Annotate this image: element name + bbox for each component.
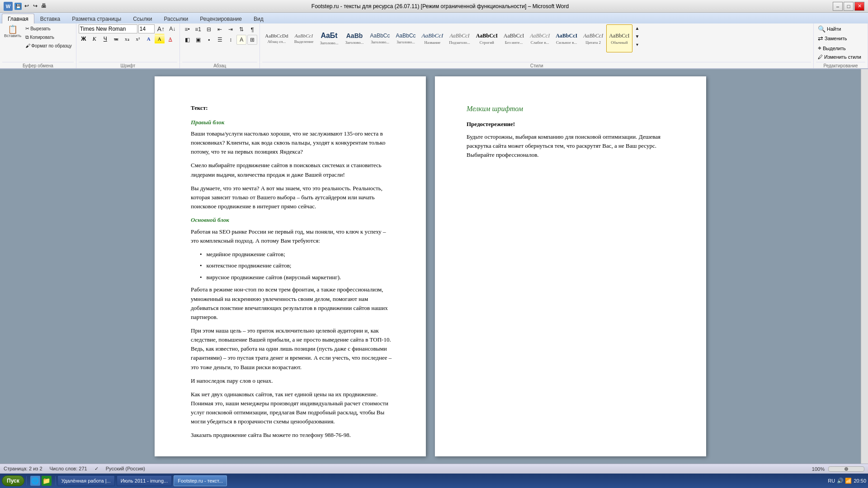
document-container[interactable]: Текст: Правый блок Ваши товары/услуги на… [0, 69, 861, 464]
font-name-input[interactable] [79, 24, 137, 33]
line-spacing-button[interactable]: ↕ [226, 35, 236, 45]
style-h4[interactable]: AaBbCc Заголово... [393, 24, 419, 52]
block1-para-3: Вы думаете, что это мечта? А вот мы знае… [191, 184, 394, 211]
shading-button[interactable]: A [236, 35, 246, 45]
tab-layout[interactable]: Разметка страницы [66, 14, 127, 23]
show-formatting-button[interactable]: ¶ [247, 24, 257, 34]
grow-font-button[interactable]: A↑ [156, 25, 166, 33]
taskbar-item-3[interactable]: Footstep.ru - текст... [174, 475, 227, 486]
font-group-label: Шрифт [79, 62, 177, 68]
style-subtitle[interactable]: AaBbCcI Подзаголо... [446, 24, 473, 52]
style-strict[interactable]: AaBbCcI Строгий [473, 24, 500, 52]
style-subtitle-preview: AaBbCcI [450, 33, 470, 39]
bullets-button[interactable]: ≡• [182, 24, 192, 34]
tab-mailings[interactable]: Рассылки [158, 14, 194, 23]
justify-button[interactable]: ☰ [215, 35, 225, 45]
styles-scroll-down[interactable]: ▼ [634, 33, 641, 40]
change-styles-icon: 🖊 [818, 54, 823, 60]
replace-label: Заменить [825, 36, 847, 41]
replace-button[interactable]: ⇄ Заменить [816, 34, 849, 43]
increase-indent-button[interactable]: ⇥ [226, 24, 236, 34]
style-normal[interactable]: AaBbCcDd Абзац сп... [262, 24, 291, 52]
multilevel-button[interactable]: ⊟ [204, 24, 214, 34]
numbering-button[interactable]: ≡1 [193, 24, 203, 34]
style-intense[interactable]: AaBbCcI Сильное в... [553, 24, 580, 52]
taskbar-item-2-label: Июль 2011 - imung... [121, 478, 168, 483]
underline-button[interactable]: Ч [100, 34, 110, 44]
superscript-button[interactable]: x² [133, 34, 143, 44]
select-icon: ⌖ [818, 44, 821, 52]
close-button[interactable]: ✕ [854, 2, 864, 11]
select-label: Выделить [823, 46, 846, 51]
style-h3[interactable]: AaBbCc Заголово... [368, 24, 393, 52]
tab-home[interactable]: Главная [2, 14, 34, 23]
decrease-indent-button[interactable]: ⇤ [215, 24, 225, 34]
style-strict-label: Строгий [480, 40, 494, 45]
shrink-font-button[interactable]: A↓ [167, 25, 177, 33]
vertical-scrollbar[interactable] [861, 69, 868, 464]
font-size-input[interactable] [138, 24, 155, 33]
style-quote2[interactable]: AaBbCcI Цитата 2 [580, 24, 606, 52]
zoom-thumb [844, 467, 848, 471]
select-button[interactable]: ⌖ Выделить [816, 43, 848, 53]
borders-button[interactable]: ⊞ [247, 35, 257, 45]
find-button[interactable]: 🔍 Найти [816, 24, 843, 33]
undo-icon[interactable]: ↩ [23, 3, 30, 10]
highlight-button[interactable]: A [155, 34, 165, 44]
style-h2-preview: AaBb [346, 32, 363, 39]
style-subtle[interactable]: AaBbCcI Слабое в... [527, 24, 552, 52]
style-highlight[interactable]: AaBbCcI Выделение [292, 24, 316, 52]
ribbon-group-font: A↑ A↓ Ж К Ч зк x₂ x² A A A [76, 23, 180, 68]
page-status: Страница: 2 из 2 [4, 466, 42, 472]
paste-label: Вставить [4, 33, 21, 38]
zoom-slider[interactable] [828, 466, 864, 472]
ribbon-group-clipboard: 📋 Вставить ✂ Вырезать ⧉ Копировать 🖌 Фор… [0, 23, 76, 68]
styles-scroll-buttons: ▲ ▼ ▾ [634, 24, 641, 48]
style-h2[interactable]: AaBb Заголово... [342, 24, 367, 52]
cut-button[interactable]: ✂ Вырезать [24, 24, 74, 33]
align-right-button[interactable]: ▪ [204, 35, 214, 45]
italic-button[interactable]: К [90, 34, 99, 44]
save-icon[interactable]: 💾 [14, 3, 22, 10]
styles-group-label: Стили [262, 62, 811, 68]
tab-view[interactable]: Вид [248, 14, 269, 23]
ribbon-group-styles: AaBbCcDd Абзац сп... AaBbCcI Выделение A… [260, 23, 814, 68]
taskbar-item-2[interactable]: Июль 2011 - imung... [117, 475, 172, 486]
system-tray: RU 🔊 📶 20:50 [828, 478, 866, 484]
taskbar-item-1[interactable]: Удалённая работа |... [57, 475, 115, 486]
sort-button[interactable]: ⇅ [236, 24, 246, 34]
taskbar-item-3-label: Footstep.ru - текст... [178, 478, 223, 483]
block1-para-1: Ваши товары/услуги настолько хороши, что… [191, 129, 394, 156]
maximize-button[interactable]: □ [844, 2, 854, 11]
strikethrough-button[interactable]: зк [111, 34, 121, 44]
styles-scroll-up[interactable]: ▲ [634, 24, 641, 32]
bold-button[interactable]: Ж [79, 34, 89, 44]
style-h1[interactable]: AaБt Заголово... [317, 24, 342, 52]
start-button[interactable]: Пуск [2, 475, 24, 486]
text-effects-button[interactable]: A [144, 34, 154, 44]
explorer-icon[interactable]: 📁 [42, 476, 52, 486]
ie-icon[interactable]: 🌐 [30, 476, 40, 486]
align-center-button[interactable]: ▣ [193, 35, 203, 45]
style-no-spacing[interactable]: AaBbCcI Без инте... [501, 24, 527, 52]
print-icon[interactable]: 🖶 [40, 3, 47, 10]
style-default[interactable]: AaBbCcI Обычный [606, 24, 632, 52]
paste-button[interactable]: 📋 Вставить [2, 24, 23, 39]
subscript-button[interactable]: x₂ [122, 34, 132, 44]
bullet-2: • контекстное продвижение сайтов; [191, 261, 394, 270]
styles-more[interactable]: ▾ [634, 41, 641, 48]
copy-button[interactable]: ⧉ Копировать [24, 33, 74, 41]
align-left-button[interactable]: ◧ [182, 35, 192, 45]
minimize-button[interactable]: – [833, 2, 843, 11]
redo-icon[interactable]: ↪ [32, 3, 39, 10]
style-subtle-label: Слабое в... [531, 40, 549, 45]
tab-insert[interactable]: Вставка [34, 14, 66, 23]
style-h3-label: Заголово... [371, 40, 389, 44]
block2-para-2: При этом наша цель – это приток исключит… [191, 326, 394, 372]
font-color-button[interactable]: A [165, 34, 175, 44]
style-title[interactable]: AaBbCcI Название [419, 24, 446, 52]
tab-references[interactable]: Ссылки [127, 14, 158, 23]
format-painter-button[interactable]: 🖌 Формат по образцу [24, 42, 74, 50]
tab-review[interactable]: Рецензирование [194, 14, 248, 23]
change-styles-button[interactable]: 🖊 Изменить стили [816, 53, 863, 61]
